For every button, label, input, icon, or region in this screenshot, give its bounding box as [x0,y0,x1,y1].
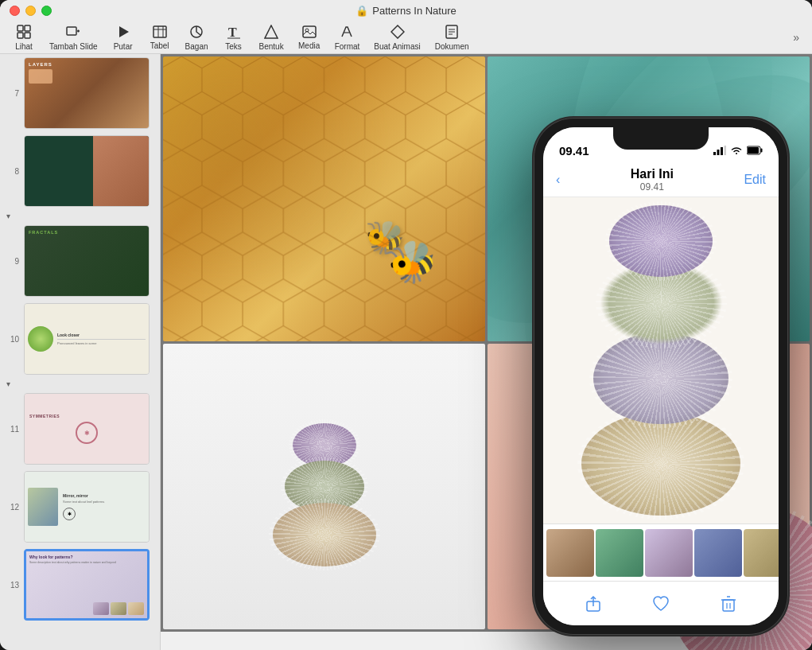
format-label: Format [335,42,360,51]
slide-item-13[interactable]: 13 Why look for patterns? Some descripti… [0,546,160,624]
thumb-strip-4[interactable] [694,529,742,577]
trash-button[interactable] [720,595,737,613]
svg-rect-38 [723,600,734,611]
window-controls [10,6,52,16]
toolbar-teks[interactable]: T Teks [216,22,251,53]
canvas-cell-bee: 🐝 [163,56,485,341]
thumb-strip-2[interactable] [596,529,643,577]
lihat-label: Lihat [15,42,33,51]
window-title: 🔒 Patterns In Nature [355,5,457,17]
main-content: 7 LAYERS 8 ▾ [0,54,812,650]
slide-thumb-8 [24,135,150,207]
iphone-time: 09.41 [559,144,589,158]
iphone-image-area [543,197,779,524]
iphone-main-image [543,197,779,524]
svg-rect-25 [163,56,485,341]
wifi-icon [730,146,743,158]
minimize-button[interactable] [25,6,36,16]
media-icon [302,25,317,41]
iphone-bottom-toolbar [543,581,779,625]
maximize-button[interactable] [41,6,52,16]
title-bar: 🔒 Patterns In Nature Lihat Tambah Slide [0,0,812,54]
urchin-bottom [273,503,376,566]
teks-label: Teks [225,42,242,51]
bentuk-label: Bentuk [259,42,284,51]
tabel-label: Tabel [150,41,169,50]
toolbar-media[interactable]: Media [292,23,327,53]
section-divider-11[interactable]: ▾ [0,378,160,390]
share-button[interactable] [585,595,602,613]
title-text: Patterns In Nature [372,5,457,17]
toolbar-buat-animasi[interactable]: Buat Animasi [367,22,426,53]
toolbar-bagan[interactable]: Bagan [179,22,215,53]
svg-rect-2 [17,33,23,38]
iphone-nav-bar: ‹ Hari Ini 09.41 Edit [543,162,779,197]
slide-item-10[interactable]: 10 Look closer Pronounced leaves in some [0,300,160,378]
lock-icon: 🔒 [355,5,368,17]
slide-number-12: 12 [6,503,19,512]
iphone-notch [613,127,709,150]
tambah-slide-label: Tambah Slide [49,42,98,51]
buat-animasi-label: Buat Animasi [374,42,420,51]
svg-marker-19 [391,25,404,38]
thumb-strip-3[interactable] [645,529,693,577]
iphone-nav-subtitle: 09.41 [640,181,664,193]
toolbar-format[interactable]: Format [328,22,367,53]
iphone-frame: 09.41 [534,118,788,635]
toolbar-more-chevron[interactable]: » [787,28,806,47]
toolbar-tabel[interactable]: Tabel [142,23,177,53]
close-button[interactable] [10,6,20,16]
svg-marker-15 [265,25,278,38]
slide-number-8: 8 [6,167,19,176]
buat-animasi-icon [390,25,405,41]
iphone-nav-title: Hari Ini [631,167,674,181]
slide-number-9: 9 [6,257,19,266]
edit-button[interactable]: Edit [744,173,766,187]
toolbar-bentuk[interactable]: Bentuk [253,22,290,53]
svg-rect-30 [717,150,720,155]
slide-panel: 7 LAYERS 8 ▾ [0,54,161,650]
svg-rect-3 [25,33,30,38]
iphone-screen: 09.41 [543,127,779,625]
slide-item-7[interactable]: 7 LAYERS [0,54,160,132]
toolbar-lihat[interactable]: Lihat [6,22,41,53]
battery-icon [747,146,763,158]
thumb-strip-1[interactable] [546,529,594,577]
svg-rect-35 [761,149,763,153]
toolbar-putar[interactable]: Putar [106,22,141,53]
media-label: Media [298,41,320,50]
putar-label: Putar [114,42,133,51]
thumb-strip-5[interactable] [744,529,779,577]
iphone-nav-title-group: Hari Ini 09.41 [560,167,744,193]
iphone-device: 09.41 [534,118,788,635]
slide-thumb-9: FRACTALS [24,225,150,297]
svg-marker-7 [119,26,129,37]
slide-item-11[interactable]: 11 SYMMETRIES ✱ [0,390,160,468]
svg-text:T: T [228,25,237,39]
slide-number-7: 7 [6,89,19,98]
svg-rect-0 [17,25,23,31]
slide-thumb-7: LAYERS [24,57,150,129]
iphone-thumbnail-strip[interactable] [543,524,779,581]
bagan-label: Bagan [185,42,208,51]
iphone-status-icons [713,146,763,158]
tabel-icon [153,25,167,41]
toolbar-dokumen[interactable]: Dokumen [429,22,476,53]
toolbar-tambah-slide[interactable]: Tambah Slide [43,22,104,53]
teks-icon: T [227,25,241,41]
heart-button[interactable] [652,595,670,613]
slide-item-8[interactable]: 8 [0,132,160,210]
slide-thumb-13: Why look for patterns? Some description … [24,549,150,621]
iphone-urchin-top [609,205,713,277]
bagan-icon [189,25,204,41]
slide-number-11: 11 [6,425,19,434]
chevron-down-icon: ▾ [6,212,10,220]
section-divider-9[interactable]: ▾ [0,210,160,222]
tambah-slide-icon [66,25,80,41]
svg-rect-34 [748,147,759,154]
slide-item-12[interactable]: 12 Mirror, mirror Some text about leaf p… [0,468,160,546]
slide-item-9[interactable]: 9 FRACTALS [0,222,160,300]
slide-thumb-10: Look closer Pronounced leaves in some [24,303,150,375]
lihat-icon [17,25,31,41]
putar-icon [116,25,130,41]
